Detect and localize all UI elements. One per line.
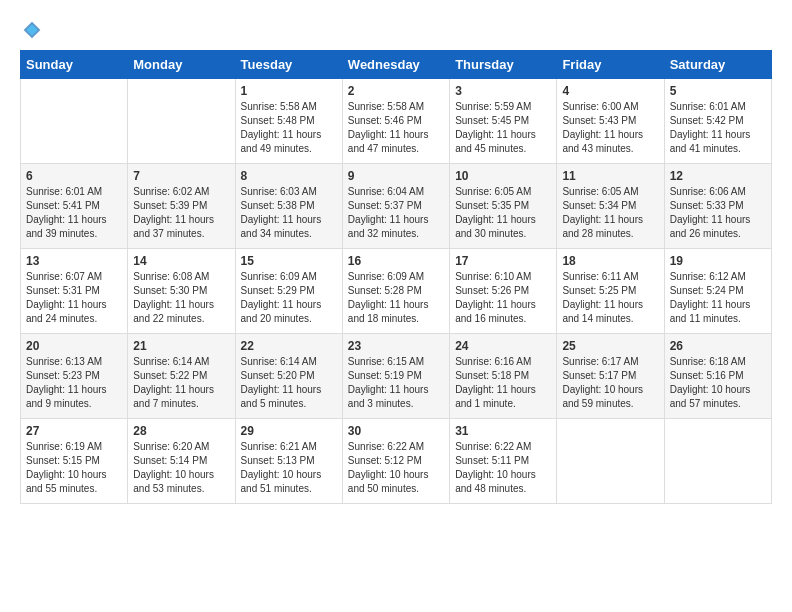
day-number: 15 [241,254,337,268]
calendar-cell: 20Sunrise: 6:13 AM Sunset: 5:23 PM Dayli… [21,334,128,419]
day-number: 3 [455,84,551,98]
day-header-sunday: Sunday [21,51,128,79]
day-info: Sunrise: 5:59 AM Sunset: 5:45 PM Dayligh… [455,100,551,156]
day-header-monday: Monday [128,51,235,79]
day-number: 16 [348,254,444,268]
day-number: 19 [670,254,766,268]
day-number: 6 [26,169,122,183]
calendar-cell: 22Sunrise: 6:14 AM Sunset: 5:20 PM Dayli… [235,334,342,419]
day-number: 13 [26,254,122,268]
day-info: Sunrise: 6:11 AM Sunset: 5:25 PM Dayligh… [562,270,658,326]
day-info: Sunrise: 5:58 AM Sunset: 5:48 PM Dayligh… [241,100,337,156]
day-info: Sunrise: 6:00 AM Sunset: 5:43 PM Dayligh… [562,100,658,156]
day-number: 21 [133,339,229,353]
day-info: Sunrise: 6:06 AM Sunset: 5:33 PM Dayligh… [670,185,766,241]
day-number: 10 [455,169,551,183]
calendar-cell: 29Sunrise: 6:21 AM Sunset: 5:13 PM Dayli… [235,419,342,504]
page-header [20,20,772,40]
day-header-tuesday: Tuesday [235,51,342,79]
day-number: 29 [241,424,337,438]
calendar-cell: 9Sunrise: 6:04 AM Sunset: 5:37 PM Daylig… [342,164,449,249]
day-number: 30 [348,424,444,438]
calendar-cell: 7Sunrise: 6:02 AM Sunset: 5:39 PM Daylig… [128,164,235,249]
calendar-cell: 25Sunrise: 6:17 AM Sunset: 5:17 PM Dayli… [557,334,664,419]
day-info: Sunrise: 6:17 AM Sunset: 5:17 PM Dayligh… [562,355,658,411]
day-header-thursday: Thursday [450,51,557,79]
calendar-cell: 12Sunrise: 6:06 AM Sunset: 5:33 PM Dayli… [664,164,771,249]
week-row-5: 27Sunrise: 6:19 AM Sunset: 5:15 PM Dayli… [21,419,772,504]
day-info: Sunrise: 6:14 AM Sunset: 5:20 PM Dayligh… [241,355,337,411]
day-info: Sunrise: 6:22 AM Sunset: 5:11 PM Dayligh… [455,440,551,496]
day-number: 14 [133,254,229,268]
day-info: Sunrise: 6:01 AM Sunset: 5:42 PM Dayligh… [670,100,766,156]
day-number: 24 [455,339,551,353]
day-number: 11 [562,169,658,183]
day-number: 22 [241,339,337,353]
calendar-body: 1Sunrise: 5:58 AM Sunset: 5:48 PM Daylig… [21,79,772,504]
calendar-cell: 11Sunrise: 6:05 AM Sunset: 5:34 PM Dayli… [557,164,664,249]
day-info: Sunrise: 6:21 AM Sunset: 5:13 PM Dayligh… [241,440,337,496]
calendar-cell: 21Sunrise: 6:14 AM Sunset: 5:22 PM Dayli… [128,334,235,419]
day-info: Sunrise: 6:14 AM Sunset: 5:22 PM Dayligh… [133,355,229,411]
calendar-cell: 1Sunrise: 5:58 AM Sunset: 5:48 PM Daylig… [235,79,342,164]
day-info: Sunrise: 6:22 AM Sunset: 5:12 PM Dayligh… [348,440,444,496]
day-info: Sunrise: 6:07 AM Sunset: 5:31 PM Dayligh… [26,270,122,326]
calendar-cell: 5Sunrise: 6:01 AM Sunset: 5:42 PM Daylig… [664,79,771,164]
calendar-cell: 18Sunrise: 6:11 AM Sunset: 5:25 PM Dayli… [557,249,664,334]
logo [20,20,42,40]
calendar-cell [557,419,664,504]
day-number: 1 [241,84,337,98]
day-number: 8 [241,169,337,183]
day-info: Sunrise: 6:19 AM Sunset: 5:15 PM Dayligh… [26,440,122,496]
day-info: Sunrise: 6:03 AM Sunset: 5:38 PM Dayligh… [241,185,337,241]
week-row-2: 6Sunrise: 6:01 AM Sunset: 5:41 PM Daylig… [21,164,772,249]
calendar-cell: 28Sunrise: 6:20 AM Sunset: 5:14 PM Dayli… [128,419,235,504]
day-info: Sunrise: 6:09 AM Sunset: 5:29 PM Dayligh… [241,270,337,326]
calendar-cell: 10Sunrise: 6:05 AM Sunset: 5:35 PM Dayli… [450,164,557,249]
calendar-cell: 26Sunrise: 6:18 AM Sunset: 5:16 PM Dayli… [664,334,771,419]
calendar-cell: 17Sunrise: 6:10 AM Sunset: 5:26 PM Dayli… [450,249,557,334]
day-info: Sunrise: 6:02 AM Sunset: 5:39 PM Dayligh… [133,185,229,241]
calendar-header: SundayMondayTuesdayWednesdayThursdayFrid… [21,51,772,79]
day-info: Sunrise: 6:13 AM Sunset: 5:23 PM Dayligh… [26,355,122,411]
day-info: Sunrise: 6:09 AM Sunset: 5:28 PM Dayligh… [348,270,444,326]
day-info: Sunrise: 6:05 AM Sunset: 5:34 PM Dayligh… [562,185,658,241]
calendar-table: SundayMondayTuesdayWednesdayThursdayFrid… [20,50,772,504]
day-info: Sunrise: 6:08 AM Sunset: 5:30 PM Dayligh… [133,270,229,326]
calendar-cell: 31Sunrise: 6:22 AM Sunset: 5:11 PM Dayli… [450,419,557,504]
day-number: 28 [133,424,229,438]
day-number: 17 [455,254,551,268]
calendar-cell: 3Sunrise: 5:59 AM Sunset: 5:45 PM Daylig… [450,79,557,164]
day-info: Sunrise: 6:20 AM Sunset: 5:14 PM Dayligh… [133,440,229,496]
calendar-cell: 19Sunrise: 6:12 AM Sunset: 5:24 PM Dayli… [664,249,771,334]
calendar-cell: 14Sunrise: 6:08 AM Sunset: 5:30 PM Dayli… [128,249,235,334]
day-number: 12 [670,169,766,183]
day-header-friday: Friday [557,51,664,79]
day-info: Sunrise: 6:10 AM Sunset: 5:26 PM Dayligh… [455,270,551,326]
day-number: 31 [455,424,551,438]
day-number: 9 [348,169,444,183]
day-number: 18 [562,254,658,268]
day-info: Sunrise: 5:58 AM Sunset: 5:46 PM Dayligh… [348,100,444,156]
day-number: 5 [670,84,766,98]
calendar-cell: 13Sunrise: 6:07 AM Sunset: 5:31 PM Dayli… [21,249,128,334]
calendar-cell [664,419,771,504]
calendar-cell [128,79,235,164]
day-info: Sunrise: 6:12 AM Sunset: 5:24 PM Dayligh… [670,270,766,326]
day-header-saturday: Saturday [664,51,771,79]
calendar-cell: 8Sunrise: 6:03 AM Sunset: 5:38 PM Daylig… [235,164,342,249]
day-number: 2 [348,84,444,98]
day-number: 27 [26,424,122,438]
calendar-cell: 27Sunrise: 6:19 AM Sunset: 5:15 PM Dayli… [21,419,128,504]
day-number: 4 [562,84,658,98]
calendar-cell: 6Sunrise: 6:01 AM Sunset: 5:41 PM Daylig… [21,164,128,249]
week-row-1: 1Sunrise: 5:58 AM Sunset: 5:48 PM Daylig… [21,79,772,164]
day-number: 20 [26,339,122,353]
calendar-cell: 15Sunrise: 6:09 AM Sunset: 5:29 PM Dayli… [235,249,342,334]
day-info: Sunrise: 6:16 AM Sunset: 5:18 PM Dayligh… [455,355,551,411]
day-number: 26 [670,339,766,353]
day-number: 7 [133,169,229,183]
day-info: Sunrise: 6:18 AM Sunset: 5:16 PM Dayligh… [670,355,766,411]
calendar-cell [21,79,128,164]
logo-icon [22,20,42,40]
